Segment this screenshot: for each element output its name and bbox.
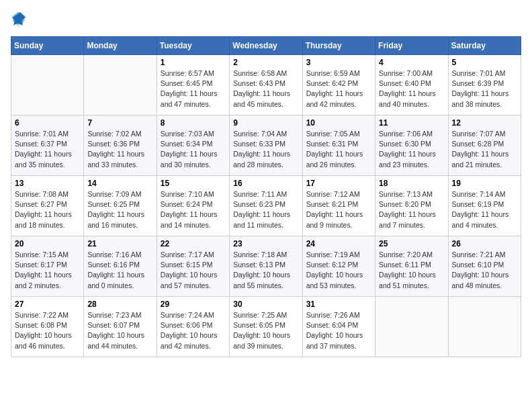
calendar-cell: 24Sunrise: 7:19 AM Sunset: 6:12 PM Dayli… [302,236,375,297]
day-number: 26 [452,239,517,248]
day-info: Sunrise: 7:04 AM Sunset: 6:33 PM Dayligh… [233,129,298,170]
calendar-cell: 21Sunrise: 7:16 AM Sunset: 6:16 PM Dayli… [84,236,157,297]
day-info: Sunrise: 7:05 AM Sunset: 6:31 PM Dayligh… [306,129,371,170]
weekday-header-row: SundayMondayTuesdayWednesdayThursdayFrid… [11,37,521,55]
calendar-cell: 15Sunrise: 7:10 AM Sunset: 6:24 PM Dayli… [157,176,229,236]
calendar-week-row: 1Sunrise: 6:57 AM Sunset: 6:45 PM Daylig… [11,55,521,116]
day-info: Sunrise: 7:07 AM Sunset: 6:28 PM Dayligh… [452,129,517,170]
calendar-cell [375,297,448,357]
calendar-cell: 30Sunrise: 7:25 AM Sunset: 6:05 PM Dayli… [230,297,302,357]
day-info: Sunrise: 7:22 AM Sunset: 6:08 PM Dayligh… [15,310,80,351]
day-info: Sunrise: 7:11 AM Sunset: 6:23 PM Dayligh… [233,189,298,230]
calendar-cell: 17Sunrise: 7:12 AM Sunset: 6:21 PM Dayli… [302,176,375,236]
day-info: Sunrise: 7:14 AM Sunset: 6:19 PM Dayligh… [452,189,517,230]
weekday-header: Friday [375,37,448,55]
day-number: 11 [379,118,444,128]
calendar-cell: 25Sunrise: 7:20 AM Sunset: 6:11 PM Dayli… [375,236,448,297]
calendar-week-row: 6Sunrise: 7:01 AM Sunset: 6:37 PM Daylig… [11,116,521,176]
day-number: 14 [87,179,152,188]
day-number: 29 [161,300,226,309]
calendar-cell: 20Sunrise: 7:15 AM Sunset: 6:17 PM Dayli… [11,236,84,297]
day-number: 31 [306,300,371,309]
day-number: 22 [161,239,226,248]
day-info: Sunrise: 7:12 AM Sunset: 6:21 PM Dayligh… [306,189,371,230]
calendar-cell [448,297,521,357]
day-info: Sunrise: 7:03 AM Sunset: 6:34 PM Dayligh… [161,129,226,170]
day-number: 27 [15,300,80,309]
day-number: 13 [15,179,80,188]
day-number: 25 [379,239,444,248]
calendar-cell: 5Sunrise: 7:01 AM Sunset: 6:39 PM Daylig… [448,55,521,116]
calendar-week-row: 20Sunrise: 7:15 AM Sunset: 6:17 PM Dayli… [11,236,521,297]
day-number: 10 [306,118,371,128]
day-number: 24 [306,239,371,248]
calendar-cell: 6Sunrise: 7:01 AM Sunset: 6:37 PM Daylig… [11,116,84,176]
day-info: Sunrise: 7:02 AM Sunset: 6:36 PM Dayligh… [87,129,152,170]
calendar-cell: 19Sunrise: 7:14 AM Sunset: 6:19 PM Dayli… [448,176,521,236]
day-number: 5 [452,58,517,67]
day-info: Sunrise: 7:00 AM Sunset: 6:40 PM Dayligh… [379,68,444,109]
weekday-header: Saturday [448,37,521,55]
day-info: Sunrise: 7:19 AM Sunset: 6:12 PM Dayligh… [306,250,371,291]
day-info: Sunrise: 7:18 AM Sunset: 6:13 PM Dayligh… [233,250,298,291]
day-info: Sunrise: 7:06 AM Sunset: 6:30 PM Dayligh… [379,129,444,170]
calendar-cell: 3Sunrise: 6:59 AM Sunset: 6:42 PM Daylig… [302,55,375,116]
calendar-cell: 29Sunrise: 7:24 AM Sunset: 6:06 PM Dayli… [157,297,229,357]
day-info: Sunrise: 7:26 AM Sunset: 6:04 PM Dayligh… [306,310,371,351]
calendar-cell: 2Sunrise: 6:58 AM Sunset: 6:43 PM Daylig… [230,55,302,116]
day-info: Sunrise: 7:10 AM Sunset: 6:24 PM Dayligh… [161,189,226,230]
day-info: Sunrise: 7:24 AM Sunset: 6:06 PM Dayligh… [161,310,226,351]
calendar-cell [11,55,84,116]
calendar-cell: 12Sunrise: 7:07 AM Sunset: 6:28 PM Dayli… [448,116,521,176]
calendar-cell: 23Sunrise: 7:18 AM Sunset: 6:13 PM Dayli… [230,236,302,297]
calendar-week-row: 13Sunrise: 7:08 AM Sunset: 6:27 PM Dayli… [11,176,521,236]
day-number: 18 [379,179,444,188]
day-number: 1 [161,58,226,67]
logo [11,11,30,30]
calendar-body: 1Sunrise: 6:57 AM Sunset: 6:45 PM Daylig… [11,55,521,357]
calendar-cell: 18Sunrise: 7:13 AM Sunset: 6:20 PM Dayli… [375,176,448,236]
calendar-cell: 4Sunrise: 7:00 AM Sunset: 6:40 PM Daylig… [375,55,448,116]
weekday-header: Wednesday [230,37,302,55]
weekday-header: Thursday [302,37,375,55]
day-info: Sunrise: 7:16 AM Sunset: 6:16 PM Dayligh… [87,250,152,291]
weekday-header: Sunday [11,37,84,55]
day-number: 30 [233,300,298,309]
calendar-cell: 28Sunrise: 7:23 AM Sunset: 6:07 PM Dayli… [84,297,157,357]
calendar-week-row: 27Sunrise: 7:22 AM Sunset: 6:08 PM Dayli… [11,297,521,357]
day-info: Sunrise: 6:59 AM Sunset: 6:42 PM Dayligh… [306,68,371,109]
calendar-cell: 1Sunrise: 6:57 AM Sunset: 6:45 PM Daylig… [157,55,229,116]
day-number: 21 [87,239,152,248]
day-info: Sunrise: 7:17 AM Sunset: 6:15 PM Dayligh… [161,250,226,291]
calendar-table: SundayMondayTuesdayWednesdayThursdayFrid… [11,36,521,357]
calendar-cell: 10Sunrise: 7:05 AM Sunset: 6:31 PM Dayli… [302,116,375,176]
day-number: 9 [233,118,298,128]
calendar-cell: 31Sunrise: 7:26 AM Sunset: 6:04 PM Dayli… [302,297,375,357]
calendar-cell: 26Sunrise: 7:21 AM Sunset: 6:10 PM Dayli… [448,236,521,297]
weekday-header: Tuesday [157,37,229,55]
day-number: 12 [452,118,517,128]
weekday-header: Monday [84,37,157,55]
calendar-cell: 13Sunrise: 7:08 AM Sunset: 6:27 PM Dayli… [11,176,84,236]
day-info: Sunrise: 7:01 AM Sunset: 6:37 PM Dayligh… [15,129,80,170]
calendar-cell [84,55,157,116]
day-number: 16 [233,179,298,188]
page-header [11,11,521,30]
day-info: Sunrise: 7:09 AM Sunset: 6:25 PM Dayligh… [87,189,152,230]
day-info: Sunrise: 7:01 AM Sunset: 6:39 PM Dayligh… [452,68,517,109]
calendar-cell: 22Sunrise: 7:17 AM Sunset: 6:15 PM Dayli… [157,236,229,297]
day-info: Sunrise: 6:58 AM Sunset: 6:43 PM Dayligh… [233,68,298,109]
day-info: Sunrise: 7:21 AM Sunset: 6:10 PM Dayligh… [452,250,517,291]
calendar-cell: 27Sunrise: 7:22 AM Sunset: 6:08 PM Dayli… [11,297,84,357]
day-info: Sunrise: 7:13 AM Sunset: 6:20 PM Dayligh… [379,189,444,230]
day-info: Sunrise: 6:57 AM Sunset: 6:45 PM Dayligh… [161,68,226,109]
day-number: 15 [161,179,226,188]
calendar-cell: 11Sunrise: 7:06 AM Sunset: 6:30 PM Dayli… [375,116,448,176]
day-number: 19 [452,179,517,188]
logo-icon [11,11,27,30]
day-info: Sunrise: 7:23 AM Sunset: 6:07 PM Dayligh… [87,310,152,351]
calendar-cell: 14Sunrise: 7:09 AM Sunset: 6:25 PM Dayli… [84,176,157,236]
day-number: 2 [233,58,298,67]
day-number: 6 [15,118,80,128]
day-number: 8 [161,118,226,128]
